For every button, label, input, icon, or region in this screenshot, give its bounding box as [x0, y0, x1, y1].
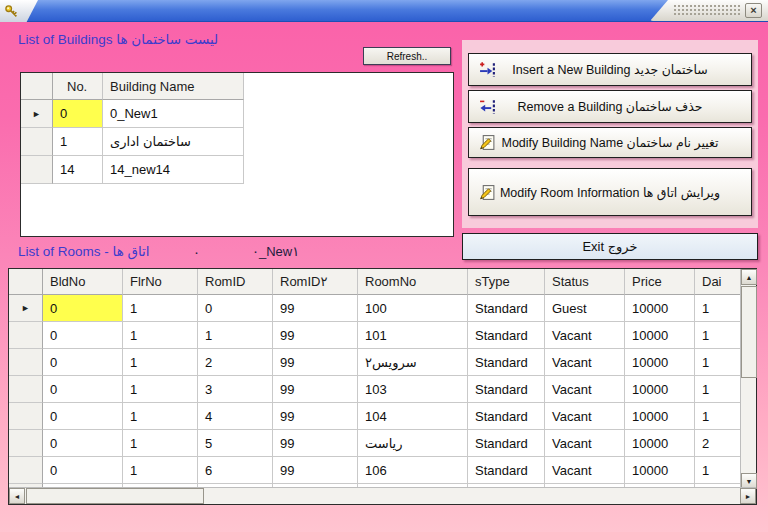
room-cell[interactable]: 1	[695, 349, 740, 376]
column-header-stype[interactable]: sType	[468, 269, 545, 295]
room-cell[interactable]: Vacant	[545, 457, 625, 484]
room-cell[interactable]: 0	[43, 349, 123, 376]
room-cell[interactable]: Vacant	[545, 349, 625, 376]
room-cell[interactable]: سرویس۲	[358, 349, 468, 376]
room-cell[interactable]: 101	[358, 322, 468, 349]
room-cell[interactable]: 10000	[625, 295, 695, 322]
refresh-button[interactable]: Refresh..	[363, 47, 451, 65]
column-header-romid[interactable]: RomID	[198, 269, 273, 295]
column-header-romid۲[interactable]: RomID۲	[273, 269, 358, 295]
room-cell[interactable]: 10000	[625, 457, 695, 484]
room-cell[interactable]: 0	[43, 376, 123, 403]
room-cell[interactable]: 2	[695, 430, 740, 457]
room-cell[interactable]: 103	[358, 376, 468, 403]
room-cell[interactable]: 1	[123, 322, 198, 349]
vertical-scroll-thumb[interactable]	[741, 286, 757, 378]
room-cell[interactable]: Standard	[468, 322, 545, 349]
room-cell[interactable]: 0	[198, 295, 273, 322]
room-cell[interactable]: Standard	[468, 457, 545, 484]
room-cell[interactable]: 1	[123, 457, 198, 484]
room-cell[interactable]: 99	[273, 349, 358, 376]
row-header[interactable]	[21, 156, 53, 184]
column-header-building-name[interactable]: Building Name	[103, 73, 244, 100]
room-cell[interactable]: 2	[198, 349, 273, 376]
room-cell[interactable]: 1	[695, 403, 740, 430]
room-cell[interactable]: Guest	[545, 295, 625, 322]
room-cell[interactable]: Standard	[468, 376, 545, 403]
room-cell[interactable]: Vacant	[545, 403, 625, 430]
room-cell[interactable]: Standard	[468, 430, 545, 457]
room-cell[interactable]: 1	[123, 295, 198, 322]
window-titlebar[interactable]: ×	[0, 0, 768, 22]
room-cell[interactable]: 1	[695, 322, 740, 349]
room-cell[interactable]: 10000	[625, 322, 695, 349]
building-name-cell[interactable]: 14_new14	[103, 156, 244, 184]
row-header[interactable]	[9, 376, 43, 403]
room-cell[interactable]: Vacant	[545, 376, 625, 403]
room-cell[interactable]: 99	[273, 295, 358, 322]
column-header-dai[interactable]: Dai	[695, 269, 740, 295]
remove-building-button[interactable]: Remove a Building حذف ساختمان	[468, 90, 752, 123]
room-cell[interactable]: 10000	[625, 376, 695, 403]
room-cell[interactable]: 4	[198, 403, 273, 430]
room-cell[interactable]: 106	[358, 457, 468, 484]
column-header-bldno[interactable]: BldNo	[43, 269, 123, 295]
room-cell[interactable]: 1	[695, 376, 740, 403]
horizontal-scrollbar[interactable]: ◄ ►	[9, 487, 756, 504]
room-cell[interactable]: 0	[43, 295, 123, 322]
close-button[interactable]: ×	[745, 3, 762, 18]
room-cell[interactable]: 99	[273, 322, 358, 349]
building-no-cell[interactable]: 0	[53, 100, 103, 128]
room-cell[interactable]: 99	[273, 376, 358, 403]
column-header-no[interactable]: No.	[53, 73, 103, 100]
room-cell[interactable]: Vacant	[545, 322, 625, 349]
room-cell[interactable]: 100	[358, 295, 468, 322]
room-cell[interactable]: Vacant	[545, 430, 625, 457]
room-cell[interactable]: 0	[43, 322, 123, 349]
room-cell[interactable]: 1	[123, 403, 198, 430]
room-cell[interactable]: 10000	[625, 430, 695, 457]
room-cell[interactable]: 1	[695, 295, 740, 322]
row-header[interactable]	[21, 128, 53, 156]
exit-button[interactable]: Exit خروج	[462, 233, 758, 260]
row-header[interactable]	[9, 403, 43, 430]
row-header[interactable]: ►	[21, 100, 53, 128]
building-no-cell[interactable]: 1	[53, 128, 103, 156]
row-header[interactable]: ►	[9, 295, 43, 322]
row-header[interactable]	[9, 457, 43, 484]
room-cell[interactable]: 5	[198, 430, 273, 457]
column-header-price[interactable]: Price	[625, 269, 695, 295]
building-name-cell[interactable]: ساختمان اداری	[103, 128, 244, 156]
horizontal-scroll-thumb[interactable]	[26, 488, 204, 504]
room-cell[interactable]: Standard	[468, 403, 545, 430]
room-cell[interactable]: 99	[273, 430, 358, 457]
building-name-cell[interactable]: 0_New1	[103, 100, 244, 128]
room-cell[interactable]: 1	[123, 349, 198, 376]
room-cell[interactable]: ریاست	[358, 430, 468, 457]
scroll-right-button[interactable]: ►	[740, 488, 756, 504]
room-cell[interactable]: 10000	[625, 349, 695, 376]
room-cell[interactable]: 0	[43, 430, 123, 457]
room-cell[interactable]: 104	[358, 403, 468, 430]
room-cell[interactable]: 3	[198, 376, 273, 403]
column-header-roomno[interactable]: RoomNo	[358, 269, 468, 295]
room-cell[interactable]: 10000	[625, 403, 695, 430]
scroll-up-button[interactable]: ▲	[741, 269, 757, 285]
room-cell[interactable]: 1	[123, 376, 198, 403]
room-cell[interactable]: 6	[198, 457, 273, 484]
room-cell[interactable]: 99	[273, 403, 358, 430]
modify-building-name-button[interactable]: Modify Building Name تغییر نام ساختمان	[468, 127, 752, 158]
vertical-scrollbar[interactable]: ▲ ▼	[740, 269, 756, 489]
room-cell[interactable]: 1	[123, 430, 198, 457]
room-cell[interactable]: 1	[198, 322, 273, 349]
room-cell[interactable]: 99	[273, 457, 358, 484]
room-cell[interactable]: Standard	[468, 349, 545, 376]
modify-room-information-button[interactable]: Modify Room Information ویرایش اتاق ها	[468, 168, 752, 216]
room-cell[interactable]: 0	[43, 457, 123, 484]
room-cell[interactable]: 1	[695, 457, 740, 484]
insert-building-button[interactable]: Insert a New Building ساختمان جدید	[468, 53, 752, 86]
row-header[interactable]	[9, 322, 43, 349]
row-header[interactable]	[9, 349, 43, 376]
room-cell[interactable]: 0	[43, 403, 123, 430]
scroll-left-button[interactable]: ◄	[9, 488, 25, 504]
